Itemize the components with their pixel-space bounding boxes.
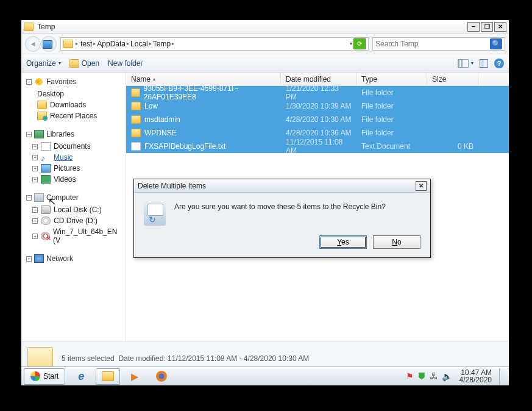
file-type: File folder xyxy=(356,102,427,110)
file-type: File folder xyxy=(356,115,427,124)
expand-icon[interactable]: + xyxy=(32,207,38,213)
expand-icon[interactable]: + xyxy=(32,177,38,182)
libraries-header[interactable]: −Libraries xyxy=(26,130,123,138)
file-date: 4/28/2020 10:36 AM xyxy=(281,129,356,137)
computer-header[interactable]: −Computer xyxy=(26,193,123,202)
chevron-right-icon[interactable]: ▸ xyxy=(149,41,152,46)
sidebar-item-downloads[interactable]: Downloads xyxy=(26,99,123,110)
sidebar-item-recent[interactable]: Recent Places xyxy=(26,110,123,121)
expand-icon[interactable]: + xyxy=(26,256,32,262)
tray-flag-icon[interactable]: ⚑ xyxy=(406,371,414,381)
expand-icon[interactable]: + xyxy=(32,166,38,171)
collapse-icon[interactable]: − xyxy=(26,79,32,85)
sidebar-item-local-disk[interactable]: +Local Disk (C:) xyxy=(26,204,123,215)
search-input[interactable]: Search Temp 🔍 xyxy=(372,37,505,51)
open-button[interactable]: Open xyxy=(69,59,99,68)
view-button[interactable]: ▾ xyxy=(458,59,473,68)
folder-icon xyxy=(131,115,141,124)
chevron-right-icon[interactable]: ▸ xyxy=(93,41,96,46)
text-file-icon xyxy=(131,142,141,151)
file-name: 93055FB9-F3EE-4599-871F-26AF01E39EE8 xyxy=(144,84,276,101)
maximize-button[interactable]: ❐ xyxy=(481,22,493,32)
breadcrumb: Temp▸ xyxy=(153,40,174,48)
table-row[interactable]: Low1/30/2020 10:39 AMFile folder xyxy=(126,99,509,113)
sidebar-item-cd-drive[interactable]: +CD Drive (D:) xyxy=(26,215,123,226)
column-name[interactable]: Name▴ xyxy=(126,73,281,85)
folder-open-icon xyxy=(69,59,79,68)
windows-icon xyxy=(30,371,40,381)
back-button[interactable]: ◄ xyxy=(25,36,41,52)
minimize-button[interactable]: – xyxy=(467,22,480,32)
help-icon[interactable]: ? xyxy=(494,59,504,68)
preview-pane-button[interactable] xyxy=(480,59,488,68)
network-header[interactable]: +Network xyxy=(26,254,123,263)
collapse-icon[interactable]: − xyxy=(26,132,32,137)
file-date: 4/28/2020 10:30 AM xyxy=(281,115,356,124)
no-button[interactable]: No xyxy=(373,235,420,249)
sort-asc-icon: ▴ xyxy=(153,76,155,82)
column-date[interactable]: Date modified xyxy=(281,73,356,85)
dialog-close-button[interactable]: ✕ xyxy=(416,181,427,191)
close-button[interactable]: ✕ xyxy=(494,22,506,32)
sidebar-item-desktop[interactable]: Desktop xyxy=(26,88,123,99)
toolbar: Organize▾ Open New folder ▾ ? xyxy=(21,54,509,73)
sidebar-item-documents[interactable]: +Documents xyxy=(26,141,123,152)
tray-shield-icon[interactable]: ⛊ xyxy=(417,371,426,381)
organize-button[interactable]: Organize▾ xyxy=(26,59,61,68)
downloads-icon xyxy=(37,101,47,109)
table-row[interactable]: msdtadmin4/28/2020 10:30 AMFile folder xyxy=(126,113,509,126)
address-bar[interactable]: ▸ test▸ AppData▸ Local▸ Temp▸ ▾ ⟳ xyxy=(60,37,369,51)
table-row[interactable]: FXSAPIDebugLogFile.txt11/12/2015 11:08 A… xyxy=(126,140,509,153)
file-name: msdtadmin xyxy=(144,115,180,124)
tray-network-icon[interactable]: 🖧 xyxy=(430,371,438,381)
start-button[interactable]: Start xyxy=(24,368,65,385)
folder-icon xyxy=(131,88,140,97)
chevron-right-icon[interactable]: ▸ xyxy=(127,41,129,46)
folder-icon xyxy=(63,40,73,48)
file-size: 0 KB xyxy=(427,142,478,151)
favorites-header[interactable]: −Favorites xyxy=(26,77,123,86)
sidebar-item-pictures[interactable]: +Pictures xyxy=(26,163,123,174)
column-size[interactable]: Size xyxy=(427,73,478,85)
folder-icon xyxy=(131,102,141,110)
expand-icon[interactable]: + xyxy=(32,218,38,224)
expand-icon[interactable]: + xyxy=(32,155,38,160)
nav-row: ◄ ► ▸ test▸ AppData▸ Local▸ Temp▸ ▾ ⟳ Se… xyxy=(21,34,509,54)
sidebar-item-videos[interactable]: +Videos xyxy=(26,174,123,185)
column-type[interactable]: Type xyxy=(356,73,427,85)
chevron-down-icon[interactable]: ▾ xyxy=(350,41,352,46)
taskbar: Start e ▶ ⚑ ⛊ 🖧 🔈 10:47 AM 4/28/2020 xyxy=(21,366,509,385)
taskbar-firefox[interactable] xyxy=(149,368,174,385)
new-folder-button[interactable]: New folder xyxy=(108,59,143,68)
network-icon xyxy=(34,254,44,263)
file-type: Text Document xyxy=(356,142,427,151)
dialog-titlebar[interactable]: Delete Multiple Items ✕ xyxy=(134,179,430,193)
expand-icon[interactable]: + xyxy=(32,144,38,149)
collapse-icon[interactable]: − xyxy=(26,195,32,201)
chevron-right-icon[interactable]: ▸ xyxy=(76,41,78,46)
taskbar-clock[interactable]: 10:47 AM 4/28/2020 xyxy=(456,369,495,384)
tray-volume-icon[interactable]: 🔈 xyxy=(442,371,452,381)
file-name: Low xyxy=(144,102,158,110)
table-row[interactable]: 93055FB9-F3EE-4599-871F-26AF01E39EE81/21… xyxy=(126,86,509,99)
chevron-right-icon[interactable]: ▸ xyxy=(172,41,174,46)
file-name: FXSAPIDebugLogFile.txt xyxy=(144,142,225,151)
search-icon[interactable]: 🔍 xyxy=(490,38,502,49)
sidebar-item-dvd-drive[interactable]: +Win_7_Ult_64b_EN (V xyxy=(26,226,123,246)
yes-button[interactable]: Yes xyxy=(319,235,367,249)
expand-icon[interactable]: + xyxy=(32,234,38,239)
taskbar-explorer[interactable] xyxy=(96,368,120,385)
show-desktop-button[interactable] xyxy=(499,368,505,385)
file-type: File folder xyxy=(356,88,427,97)
status-meta-value: 11/12/2015 11:08 AM - 4/28/2020 10:30 AM xyxy=(168,354,309,363)
refresh-button[interactable]: ⟳ xyxy=(353,38,366,49)
taskbar-wmp[interactable]: ▶ xyxy=(122,368,147,385)
folder-icon xyxy=(131,129,141,137)
folder-icon xyxy=(102,371,114,381)
file-type: File folder xyxy=(356,129,427,137)
navigation-pane: −Favorites Desktop Downloads Recent Plac… xyxy=(21,73,126,341)
sidebar-item-music[interactable]: +Music xyxy=(26,152,123,163)
breadcrumb: AppData▸ xyxy=(97,40,129,48)
cd-icon xyxy=(41,216,51,225)
taskbar-ie[interactable]: e xyxy=(69,368,93,385)
